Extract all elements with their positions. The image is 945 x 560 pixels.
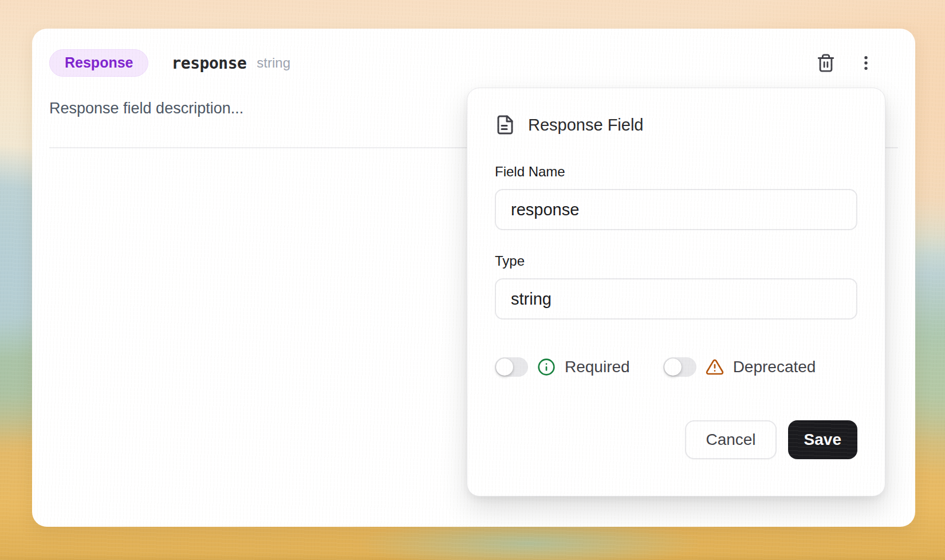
save-button[interactable]: Save: [788, 420, 857, 459]
deprecated-toggle[interactable]: [663, 357, 696, 377]
field-description[interactable]: Response field description...: [49, 100, 898, 117]
field-name-input[interactable]: [495, 189, 857, 230]
required-label: Required: [565, 358, 630, 376]
dialog-header: Response Field: [495, 115, 857, 135]
field-type-text: string: [257, 55, 290, 71]
toggle-row: Required Deprecated: [495, 357, 857, 377]
file-text-icon: [495, 115, 515, 135]
type-label: Type: [495, 253, 857, 269]
card-header: Response response string: [32, 29, 915, 77]
deprecated-toggle-group: Deprecated: [663, 357, 816, 377]
cancel-button[interactable]: Cancel: [685, 420, 776, 459]
delete-field-button[interactable]: [813, 50, 838, 76]
field-name-label: Field Name: [495, 164, 857, 180]
response-field-card: Response response string: [32, 29, 915, 527]
toggle-knob: [496, 358, 513, 376]
watercolor-background: Response response string: [0, 0, 945, 560]
dialog-actions: Cancel Save: [495, 420, 857, 459]
divider: [49, 147, 898, 148]
response-field-dialog: Response Field Field Name Type Required: [467, 88, 885, 496]
trash-icon: [816, 53, 836, 73]
response-badge: Response: [49, 49, 148, 77]
info-icon: [537, 358, 556, 376]
required-toggle-group: Required: [495, 357, 630, 377]
field-name-text: response: [171, 54, 246, 73]
toggle-knob: [664, 358, 682, 376]
warning-icon: [706, 358, 724, 376]
type-input[interactable]: [495, 278, 857, 320]
required-toggle[interactable]: [495, 357, 528, 377]
dialog-title: Response Field: [528, 116, 644, 135]
kebab-menu-icon: [857, 54, 875, 72]
deprecated-label: Deprecated: [733, 358, 816, 376]
more-options-button[interactable]: [853, 50, 879, 76]
